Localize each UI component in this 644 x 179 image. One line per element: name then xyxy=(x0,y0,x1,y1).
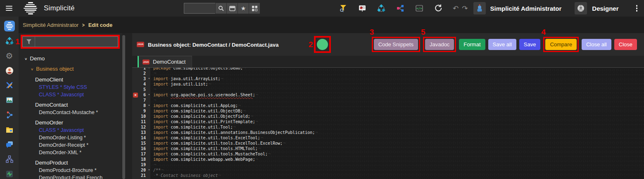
code-line[interactable]: ¬ xyxy=(150,87,156,92)
chevron-down-icon[interactable]: ∨ xyxy=(31,67,33,72)
save-button[interactable]: Save xyxy=(519,39,541,50)
search-input[interactable] xyxy=(184,3,215,14)
code-line[interactable]: import·com.simplicite.util.PrintTemplate… xyxy=(150,119,258,124)
code-line[interactable]: package·com.simplicite.objects.Demo;¬ xyxy=(150,67,246,71)
code-line[interactable]: ¬ xyxy=(150,71,156,76)
modeler-icon xyxy=(5,36,14,45)
user-icon xyxy=(5,66,14,75)
line-number: 16 xyxy=(132,146,150,151)
save-all-button[interactable]: Save all xyxy=(488,39,516,50)
format-button[interactable]: Format xyxy=(459,39,485,50)
tree-item-demoorder-listing-[interactable]: DemoOrder-Listing * xyxy=(19,134,122,141)
designer-scope-icon[interactable] xyxy=(575,2,587,14)
code-line[interactable]: import·java.util.ArrayList;¬ xyxy=(150,76,223,81)
sidebar-item-documents[interactable] xyxy=(4,124,15,135)
sidebar-item-sitemap[interactable] xyxy=(4,154,15,165)
tree-item-democlient[interactable]: DemoClient xyxy=(19,76,122,84)
breadcrumb: Simplicité Administrator > Edit code xyxy=(19,17,644,33)
kebab-menu-icon[interactable] xyxy=(636,5,638,12)
code-line[interactable]: import·org.apache.poi.ss.usermodel.Sheet… xyxy=(150,92,258,98)
tab-democontact[interactable]: JAVA DemoContact xyxy=(138,56,192,67)
dashboard-icon[interactable] xyxy=(358,4,367,13)
line-number: 10 xyxy=(132,114,150,119)
sidebar-item-settings[interactable]: ⚙ xyxy=(4,51,15,61)
user-avatar[interactable] xyxy=(473,2,486,14)
sidebar-item-user[interactable] xyxy=(4,65,15,76)
search-icon[interactable] xyxy=(215,3,226,14)
chevron-down-icon[interactable]: ∨ xyxy=(24,56,27,62)
console-icon[interactable]: </> xyxy=(415,4,424,13)
close-all-button[interactable]: Close all xyxy=(582,39,611,50)
code-line[interactable]: import·com.simplicite.util.AppLog;¬ xyxy=(150,103,241,108)
tree-item-demoproduct-brochure-[interactable]: DemoProduct-Brochure * xyxy=(19,167,122,174)
scope-label: Designer xyxy=(592,5,618,12)
tree-item-democontact-mustache-[interactable]: DemoContact-Mustache * xyxy=(19,109,122,116)
tree-item-demoorder-xml-[interactable]: DemoOrder-XML * xyxy=(19,149,122,156)
javadoc-button[interactable]: Javadoc xyxy=(425,39,454,50)
card-view-icon[interactable] xyxy=(226,3,238,14)
code-line[interactable]: /**¬ xyxy=(150,167,164,173)
annotation-number-3: 3 xyxy=(370,28,374,37)
code-line[interactable]: import·com.simplicite.util.tools.ExcelTo… xyxy=(150,141,285,146)
sidebar-item-monitoring[interactable] xyxy=(4,169,15,179)
redo-icon[interactable]: ↷ xyxy=(462,5,468,12)
close-button[interactable]: Close xyxy=(614,39,637,50)
fold-arrow-icon[interactable]: ▾ xyxy=(148,67,150,71)
tree-item-democontact[interactable]: DemoContact xyxy=(19,101,122,109)
sidebar-item-images[interactable] xyxy=(4,95,15,105)
filter-search-icon[interactable] xyxy=(339,4,348,13)
tree-item-demoproduct-email-french[interactable]: DemoProduct-Email French xyxy=(19,174,122,179)
favorites-star-icon[interactable]: ★ xyxy=(238,3,249,14)
editor-toolbar: 3Code Snippets5JavadocFormatSave allSave… xyxy=(372,33,637,56)
clear-cache-icon[interactable] xyxy=(434,4,443,13)
chat-icon xyxy=(5,140,14,149)
sidebar-item-home[interactable] xyxy=(4,21,15,31)
breadcrumb-separator-icon: > xyxy=(82,22,85,28)
hamburger-menu-icon[interactable] xyxy=(6,6,12,11)
search-group: ★ xyxy=(184,3,260,14)
tree-item-demoorder-receipt-[interactable]: DemoOrder-Receipt * xyxy=(19,141,122,149)
error-icon[interactable]: × xyxy=(133,93,138,98)
code-line[interactable]: import·com.simplicite.util.ObjectDB;¬ xyxy=(150,108,246,114)
simplicite-logo-icon[interactable] xyxy=(24,2,37,14)
code-line[interactable]: import·com.simplicite.util.tools.Mustach… xyxy=(150,151,271,157)
sidebar-item-modeler[interactable] xyxy=(4,36,15,46)
code-line[interactable]: ·*·Contact·business·object¬ xyxy=(150,173,221,178)
sidebar-item-design[interactable] xyxy=(4,80,15,91)
tree-item-demoproduct[interactable]: DemoProduct xyxy=(19,159,122,167)
share-icon[interactable] xyxy=(396,4,405,13)
code-line[interactable]: ¬ xyxy=(150,162,156,167)
code-line[interactable]: import·com.simplicite.webapp.web.WebPage… xyxy=(150,157,258,162)
sidebar-item-messages[interactable] xyxy=(4,139,15,150)
fold-arrow-icon[interactable]: ▾ xyxy=(148,103,150,108)
tree-item-styles-style-css[interactable]: STYLES * Style CSS xyxy=(19,84,122,91)
code-line[interactable]: ¬ xyxy=(150,98,156,103)
fold-arrow-icon[interactable]: ▾ xyxy=(148,92,150,98)
code-line[interactable]: import·com.simplicite.util.Tool;¬ xyxy=(150,124,236,130)
code-line[interactable]: import·com.simplicite.util.ObjectField;¬ xyxy=(150,114,253,119)
breadcrumb-root[interactable]: Simplicité Administrator xyxy=(23,22,78,28)
code-line[interactable]: import·com.simplicite.util.tools.ExcelTo… xyxy=(150,135,263,141)
sidebar-item-workflow[interactable] xyxy=(4,110,15,120)
fold-arrow-icon[interactable]: ▾ xyxy=(148,76,150,81)
tree-scrollbar[interactable] xyxy=(122,35,125,179)
tree-item-business-object[interactable]: ∨Business object xyxy=(19,65,122,73)
modeler-icon[interactable] xyxy=(377,4,386,13)
annotation-number-2: 2 xyxy=(309,40,313,49)
tree-item-class-javascript[interactable]: CLASS * Javascript xyxy=(19,91,122,98)
code-line[interactable]: import·java.util.List;¬ xyxy=(150,81,211,87)
fold-arrow-icon[interactable]: ▾ xyxy=(148,167,150,173)
compare-button[interactable]: Compare xyxy=(545,39,576,50)
undo-icon[interactable]: ↶ xyxy=(453,5,459,12)
shortcuts-grid-icon[interactable] xyxy=(249,3,260,14)
code-snippets-button[interactable]: Code Snippets xyxy=(374,39,418,50)
tree-item-demo[interactable]: ∨Demo xyxy=(19,55,122,63)
code-line[interactable]: import·com.simplicite.util.annotations.B… xyxy=(150,130,318,135)
code-editor[interactable]: 1▾package·com.simplicite.objects.Demo;¬2… xyxy=(132,67,644,179)
status-dot[interactable] xyxy=(317,39,328,50)
tree-filter-input[interactable] xyxy=(35,37,118,47)
tree-item-class-javascript[interactable]: CLASS * Javascript xyxy=(19,126,122,134)
breadcrumb-current: Edit code xyxy=(88,22,113,28)
tree-item-demoorder[interactable]: DemoOrder xyxy=(19,119,122,126)
code-line[interactable]: import·com.simplicite.util.tools.HTMLToo… xyxy=(150,146,261,151)
